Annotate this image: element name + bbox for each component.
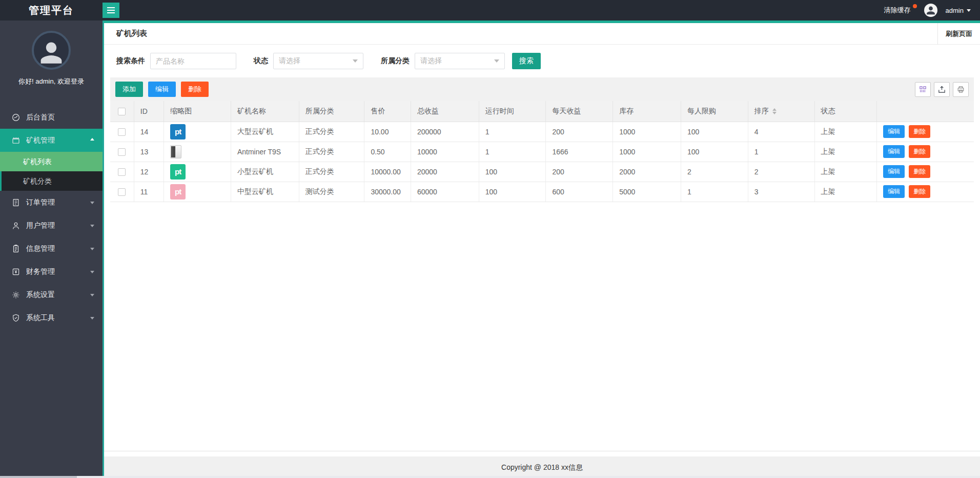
sidebar-profile: 你好! admin, 欢迎登录 bbox=[0, 21, 103, 86]
row-edit-button[interactable]: 编辑 bbox=[883, 165, 905, 178]
horizontal-scrollbar[interactable] bbox=[0, 476, 980, 478]
cell-thumb: pt bbox=[164, 122, 231, 142]
column-header[interactable]: 排序 bbox=[748, 101, 814, 122]
table-wrap: ID缩略图矿机名称所属分类售价总收益运行时间每天收益库存每人限购排序状态 14p… bbox=[110, 101, 974, 202]
cell-run_time: 100 bbox=[479, 182, 546, 202]
select-all-checkbox[interactable] bbox=[118, 108, 126, 115]
row-edit-button[interactable]: 编辑 bbox=[883, 185, 905, 198]
sidebar-item-users[interactable]: 用户管理 bbox=[0, 214, 103, 237]
search-button[interactable]: 搜索 bbox=[512, 53, 541, 69]
cell-thumb: pt bbox=[164, 162, 231, 182]
sidebar-item-finance[interactable]: 财务管理 bbox=[0, 260, 103, 283]
edit-button[interactable]: 编辑 bbox=[148, 82, 176, 97]
cell-category: 正式分类 bbox=[299, 142, 364, 162]
cell-name: 中型云矿机 bbox=[231, 182, 299, 202]
page-header: 矿机列表 刷新页面 bbox=[104, 23, 980, 45]
username: admin bbox=[946, 7, 964, 14]
sidebar-item-info[interactable]: 信息管理 bbox=[0, 237, 103, 260]
cell-sort: 4 bbox=[748, 122, 814, 142]
sidebar-item-dashboard[interactable]: 后台首页 bbox=[0, 106, 103, 129]
toolbar: 添加 编辑 删除 bbox=[110, 77, 974, 101]
orders-icon bbox=[11, 198, 21, 207]
export-icon[interactable] bbox=[934, 82, 950, 97]
cell-checkbox bbox=[110, 162, 134, 182]
cell-per_user_limit: 2 bbox=[681, 162, 748, 182]
sidebar-item-label: 订单管理 bbox=[26, 198, 55, 207]
sidebar-toggle-button[interactable] bbox=[103, 3, 119, 18]
user-avatar-icon[interactable] bbox=[924, 4, 937, 17]
sidebar-item-miner-box[interactable]: 矿机管理 bbox=[0, 129, 103, 152]
row-checkbox[interactable] bbox=[118, 168, 126, 176]
actions-column-header bbox=[877, 101, 974, 122]
cell-run_time: 1 bbox=[479, 142, 546, 162]
row-delete-button[interactable]: 删除 bbox=[909, 165, 930, 178]
cell-name: 大型云矿机 bbox=[231, 122, 299, 142]
add-button[interactable]: 添加 bbox=[115, 82, 143, 97]
category-label: 所属分类 bbox=[381, 56, 410, 66]
cell-checkbox bbox=[110, 182, 134, 202]
chevron-down-icon bbox=[353, 59, 358, 65]
column-header: ID bbox=[134, 101, 164, 122]
cell-sort: 2 bbox=[748, 162, 814, 182]
sidebar-item-label: 信息管理 bbox=[26, 244, 55, 253]
row-checkbox[interactable] bbox=[118, 128, 126, 136]
chevron-up-icon bbox=[90, 138, 94, 141]
cell-thumb bbox=[164, 142, 231, 162]
cell-checkbox bbox=[110, 122, 134, 142]
sort-icon[interactable] bbox=[772, 106, 777, 116]
sidebar-item-settings[interactable]: 系统设置 bbox=[0, 283, 103, 306]
search-row: 搜索条件 状态 请选择 所属分类 请选择 搜索 bbox=[104, 45, 980, 77]
users-icon bbox=[11, 221, 21, 230]
cell-stock: 2000 bbox=[613, 162, 681, 182]
status-select[interactable]: 请选择 bbox=[273, 53, 363, 69]
category-select[interactable]: 请选择 bbox=[415, 53, 505, 69]
cell-checkbox bbox=[110, 142, 134, 162]
sidebar-nav: 后台首页矿机管理矿机列表矿机分类订单管理用户管理信息管理财务管理系统设置系统工具 bbox=[0, 106, 103, 329]
sidebar-item-label: 系统工具 bbox=[26, 313, 55, 323]
notification-dot-icon bbox=[913, 4, 917, 8]
info-icon bbox=[11, 244, 21, 253]
print-icon[interactable] bbox=[953, 82, 969, 97]
settings-icon bbox=[11, 290, 21, 300]
row-edit-button[interactable]: 编辑 bbox=[883, 145, 905, 158]
clear-cache-button[interactable]: 清除缓存 bbox=[884, 6, 916, 15]
row-edit-button[interactable]: 编辑 bbox=[883, 125, 905, 138]
chevron-down-icon bbox=[494, 59, 499, 65]
cell-id: 11 bbox=[134, 182, 164, 202]
cell-stock: 1000 bbox=[613, 122, 681, 142]
miner-device-thumbnail bbox=[170, 145, 181, 158]
sidebar-item-orders[interactable]: 订单管理 bbox=[0, 191, 103, 214]
column-header: 缩略图 bbox=[164, 101, 231, 122]
chevron-down-icon bbox=[90, 202, 94, 206]
row-delete-button[interactable]: 删除 bbox=[909, 185, 930, 198]
cell-daily_income: 200 bbox=[546, 122, 613, 142]
cell-thumb: pt bbox=[164, 182, 231, 202]
row-delete-button[interactable]: 删除 bbox=[909, 145, 930, 158]
sidebar-item-tools[interactable]: 系统工具 bbox=[0, 306, 103, 329]
cell-category: 测试分类 bbox=[299, 182, 364, 202]
status-label: 状态 bbox=[254, 56, 268, 66]
product-thumbnail: pt bbox=[170, 124, 186, 140]
tools-icon bbox=[11, 313, 21, 323]
columns-icon[interactable] bbox=[915, 82, 931, 97]
user-menu[interactable]: admin bbox=[946, 7, 971, 14]
delete-button[interactable]: 删除 bbox=[181, 82, 209, 97]
topbar: 管理平台 清除缓存 admin bbox=[0, 0, 980, 21]
refresh-page-button[interactable]: 刷新页面 bbox=[937, 23, 980, 45]
cell-status: 上架 bbox=[814, 122, 877, 142]
column-header: 状态 bbox=[814, 101, 877, 122]
table-row: 14pt大型云矿机正式分类10.00200000120010001004上架编辑… bbox=[110, 122, 974, 142]
scrollbar-thumb[interactable] bbox=[0, 476, 77, 478]
row-delete-button[interactable]: 删除 bbox=[909, 125, 930, 138]
cell-actions: 编辑删除 bbox=[877, 182, 974, 202]
sidebar-subitem[interactable]: 矿机分类 bbox=[2, 171, 103, 191]
row-checkbox[interactable] bbox=[118, 188, 126, 196]
sidebar-subitem[interactable]: 矿机列表 bbox=[0, 152, 103, 171]
column-header: 每人限购 bbox=[681, 101, 748, 122]
finance-icon bbox=[11, 267, 21, 276]
sidebar-item-label: 用户管理 bbox=[26, 221, 55, 230]
row-checkbox[interactable] bbox=[118, 148, 126, 156]
cell-total_income: 10000 bbox=[411, 142, 479, 162]
product-name-input[interactable] bbox=[150, 53, 236, 69]
sidebar-item-label: 系统设置 bbox=[26, 290, 55, 300]
